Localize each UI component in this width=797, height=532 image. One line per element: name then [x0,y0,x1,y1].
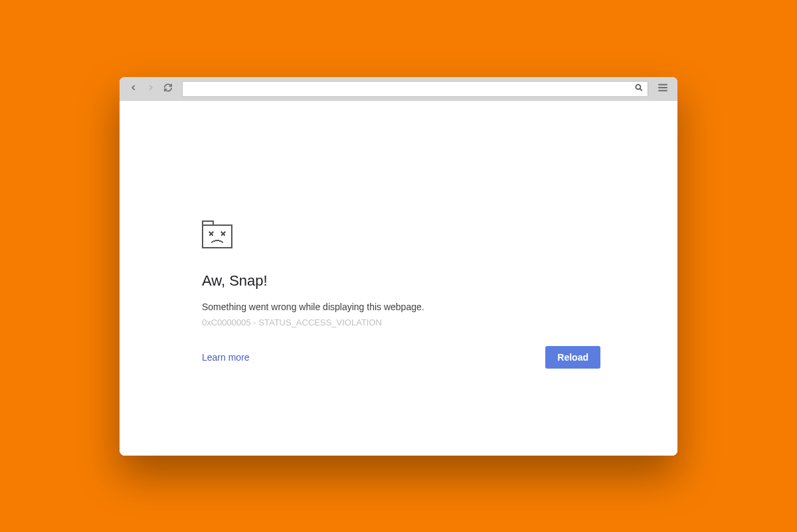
error-message: Something went wrong while displaying th… [202,302,600,312]
browser-window: Aw, Snap! Something went wrong while dis… [120,77,677,456]
reload-button[interactable]: Reload [545,346,600,369]
chevron-left-icon [129,83,138,95]
learn-more-link[interactable]: Learn more [202,352,250,363]
svg-rect-6 [203,225,232,248]
error-panel: Aw, Snap! Something went wrong while dis… [202,221,600,369]
error-actions: Learn more Reload [202,346,600,369]
page-content: Aw, Snap! Something went wrong while dis… [120,101,677,456]
sad-folder-icon [202,221,600,251]
search-icon[interactable] [634,83,644,95]
hamburger-icon [657,82,669,96]
reload-icon [163,83,173,95]
svg-line-1 [640,88,642,90]
browser-toolbar [120,77,677,101]
address-bar[interactable] [182,81,648,97]
error-code: 0xC0000005 - STATUS_ACCESS_VIOLATION [202,317,600,327]
back-button[interactable] [126,81,141,97]
address-input[interactable] [187,84,634,94]
forward-button[interactable] [143,81,158,97]
menu-button[interactable] [655,81,671,97]
svg-point-0 [636,84,640,89]
reload-toolbar-button[interactable] [161,81,175,97]
chevron-right-icon [146,83,155,95]
error-title: Aw, Snap! [202,272,600,290]
